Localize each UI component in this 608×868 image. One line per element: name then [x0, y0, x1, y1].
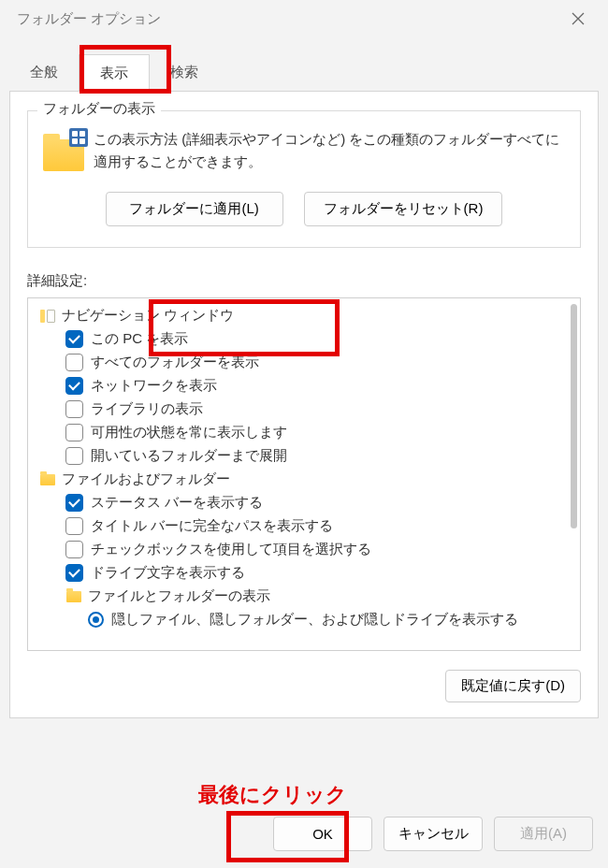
tree-item[interactable]: ステータス バーを表示する	[30, 491, 578, 514]
checkbox-icon[interactable]	[65, 330, 83, 348]
tree-item-label: 開いているフォルダーまで展開	[91, 447, 287, 465]
tree-item[interactable]: ドライブ文字を表示する	[30, 561, 578, 585]
folder-view-buttons: フォルダーに適用(L) フォルダーをリセット(R)	[43, 192, 565, 226]
checkbox-icon[interactable]	[65, 354, 83, 371]
folder-view-description: この表示方法 (詳細表示やアイコンなど) をこの種類のフォルダーすべてに適用する…	[94, 128, 565, 173]
tree-item[interactable]: 開いているフォルダーまで展開	[30, 444, 578, 468]
folder-icon	[39, 471, 56, 488]
folder-view-group: フォルダーの表示 この表示方法 (詳細表示やアイコンなど) をこの種類のフォルダ…	[27, 110, 581, 248]
tree-container: ナビゲーション ウィンドウこの PC を表示すべてのフォルダーを表示ネットワーク…	[28, 298, 580, 637]
checkbox-icon[interactable]	[65, 564, 83, 582]
restore-defaults-button[interactable]: 既定値に戻す(D)	[445, 670, 581, 702]
tab-view[interactable]: 表示	[79, 54, 150, 92]
tree-item-label: ライブラリの表示	[91, 400, 203, 418]
folder-icon	[43, 128, 84, 171]
tree-item-label: ドライブ文字を表示する	[91, 564, 245, 582]
advanced-settings-label: 詳細設定:	[27, 272, 581, 290]
checkbox-icon[interactable]	[65, 494, 83, 512]
tree-item-label: 可用性の状態を常に表示します	[91, 424, 287, 441]
window-title: フォルダー オプション	[17, 10, 161, 28]
tree-item-label: チェックボックスを使用して項目を選択する	[91, 541, 371, 558]
folder-icon	[65, 588, 82, 605]
tree-item-label: ステータス バーを表示する	[91, 494, 263, 512]
tree-item[interactable]: ネットワークを表示	[30, 374, 578, 398]
checkbox-icon[interactable]	[65, 541, 83, 558]
tree-item-label: ナビゲーション ウィンドウ	[62, 307, 234, 325]
tree-item[interactable]: この PC を表示	[30, 327, 578, 351]
tree-item[interactable]: 隠しファイル、隠しフォルダー、および隠しドライブを表示する	[30, 608, 578, 631]
tree-item-label: ファイルおよびフォルダー	[62, 470, 230, 488]
tree-item-label: 隠しファイル、隠しフォルダー、および隠しドライブを表示する	[111, 611, 518, 629]
tree-item[interactable]: タイトル バーに完全なパスを表示する	[30, 514, 578, 538]
checkbox-icon[interactable]	[65, 517, 83, 535]
checkbox-icon[interactable]	[65, 377, 83, 395]
scrollbar-thumb[interactable]	[571, 304, 577, 528]
tab-general[interactable]: 全般	[9, 54, 79, 92]
tree-item[interactable]: 可用性の状態を常に表示します	[30, 421, 578, 444]
titlebar: フォルダー オプション	[0, 0, 608, 37]
tree-item-label: この PC を表示	[91, 330, 188, 348]
cancel-button[interactable]: キャンセル	[384, 817, 483, 851]
ok-button[interactable]: OK	[273, 817, 372, 851]
tab-search[interactable]: 検索	[150, 54, 219, 92]
restore-defaults-row: 既定値に戻す(D)	[27, 670, 581, 702]
checkbox-icon[interactable]	[65, 400, 83, 418]
tree-item-label: ネットワークを表示	[91, 377, 217, 395]
tree-item[interactable]: すべてのフォルダーを表示	[30, 351, 578, 374]
close-icon	[572, 12, 585, 25]
apply-to-folders-button[interactable]: フォルダーに適用(L)	[106, 192, 283, 226]
checkbox-icon[interactable]	[65, 424, 83, 441]
tree-item-label: ファイルとフォルダーの表示	[88, 587, 270, 605]
tab-content: フォルダーの表示 この表示方法 (詳細表示やアイコンなど) をこの種類のフォルダ…	[9, 91, 599, 718]
radio-icon[interactable]	[88, 612, 104, 628]
folder-view-info: この表示方法 (詳細表示やアイコンなど) をこの種類のフォルダーすべてに適用する…	[43, 128, 565, 173]
tree-item[interactable]: ナビゲーション ウィンドウ	[30, 304, 578, 327]
close-button[interactable]	[559, 0, 597, 37]
tab-bar: 全般 表示 検索	[0, 54, 608, 92]
tree-item-label: すべてのフォルダーを表示	[91, 354, 259, 371]
navigation-pane-icon	[39, 308, 56, 325]
tree-item[interactable]: ファイルおよびフォルダー	[30, 468, 578, 491]
checkbox-icon[interactable]	[65, 447, 83, 465]
reset-folders-button[interactable]: フォルダーをリセット(R)	[304, 192, 503, 226]
tree-item[interactable]: チェックボックスを使用して項目を選択する	[30, 538, 578, 561]
folder-view-title: フォルダーの表示	[37, 100, 161, 118]
folder-options-window: フォルダー オプション 全般 表示 検索 フォルダーの表示 この表示方法 (詳細…	[0, 0, 608, 868]
annotation-label: 最後にクリック	[198, 781, 347, 809]
dialog-button-row: OK キャンセル 適用(A)	[273, 817, 593, 851]
advanced-settings-tree[interactable]: ナビゲーション ウィンドウこの PC を表示すべてのフォルダーを表示ネットワーク…	[27, 297, 581, 651]
apply-button[interactable]: 適用(A)	[494, 817, 593, 851]
tree-item[interactable]: ファイルとフォルダーの表示	[30, 585, 578, 608]
tree-item[interactable]: ライブラリの表示	[30, 398, 578, 421]
tree-item-label: タイトル バーに完全なパスを表示する	[91, 517, 333, 535]
